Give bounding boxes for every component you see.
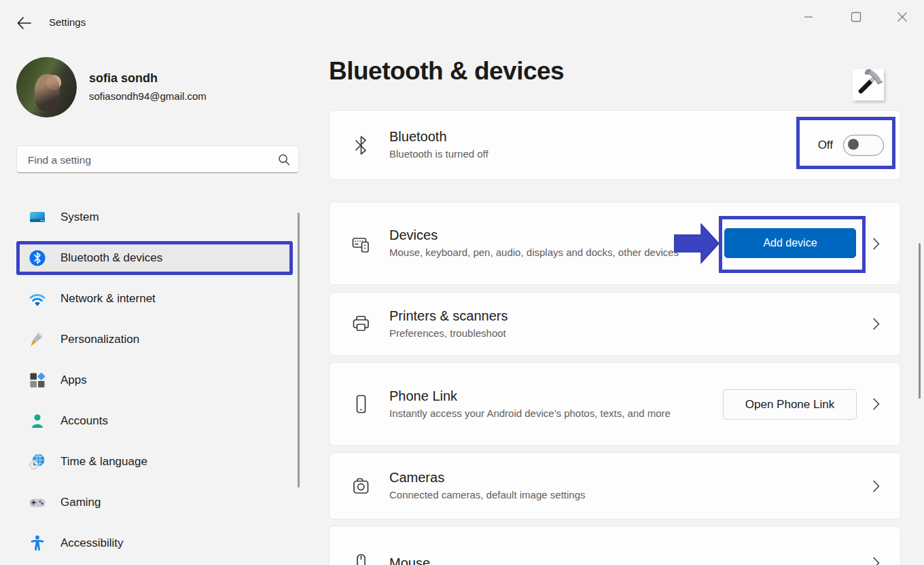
sidebar-item-label: Accounts [60, 414, 108, 428]
annotation-box-add-device [719, 216, 866, 273]
sidebar-item-accounts[interactable]: Accounts [16, 401, 293, 441]
profile-email: sofiasondh94@gmail.com [89, 90, 207, 102]
chevron-right-icon [872, 557, 881, 565]
sidebar-item-label: Time & language [60, 455, 147, 469]
apps-icon [29, 371, 46, 389]
sidebar-item-personalization[interactable]: Personalization [16, 319, 293, 360]
card-subtitle: Instantly access your Android device's p… [389, 405, 703, 421]
personalization-icon [29, 331, 46, 348]
card-title: Bluetooth [389, 128, 488, 145]
chevron-right-icon [872, 237, 881, 250]
sidebar-item-apps[interactable]: Apps [16, 360, 293, 401]
minimize-icon [804, 12, 813, 22]
search-box[interactable] [16, 145, 299, 173]
sidebar-item-accessibility[interactable]: Accessibility [16, 523, 293, 564]
card-title: Printers & scanners [389, 308, 508, 324]
chevron-right-icon [872, 318, 881, 331]
close-icon [897, 12, 908, 22]
sidebar-item-label: Bluetooth & devices [60, 251, 162, 265]
devices-icon [352, 234, 370, 254]
card-subtitle: Bluetooth is turned off [389, 146, 488, 162]
gaming-icon [29, 494, 46, 511]
accessibility-icon [29, 534, 46, 552]
card-text: Devices Mouse, keyboard, pen, audio, dis… [389, 227, 695, 260]
system-icon [29, 208, 46, 226]
card-title: Phone Link [389, 388, 703, 404]
back-button[interactable] [15, 14, 33, 32]
sidebar-item-gaming[interactable]: Gaming [16, 482, 293, 523]
card-text: Mouse [389, 555, 430, 565]
sidebar-item-label: Network & internet [60, 292, 156, 306]
back-arrow-icon [15, 14, 33, 32]
search-icon [277, 153, 291, 169]
sidebar-item-label: Accessibility [60, 536, 124, 550]
card-title: Devices [389, 227, 695, 243]
sidebar-item-network-internet[interactable]: Network & internet [16, 278, 293, 319]
sidebar-scrollbar[interactable] [298, 213, 300, 488]
phone-icon [352, 394, 370, 414]
close-button[interactable] [887, 5, 917, 29]
sidebar-item-system[interactable]: System [16, 197, 293, 238]
maximize-icon [851, 12, 861, 22]
sidebar-item-label: System [60, 211, 99, 224]
sidebar-item-label: Personalization [60, 333, 139, 346]
sidebar-item-label: Apps [60, 373, 87, 387]
bluetooth-outline-icon [352, 135, 370, 156]
open-phone-link-button[interactable]: Open Phone Link [723, 389, 857, 420]
settings-window: Settings sofia sondh sofiasondh94@gmail.… [0, 0, 924, 565]
mouse-card[interactable]: Mouse [329, 526, 901, 565]
network-icon [29, 290, 46, 308]
card-subtitle: Mouse, keyboard, pen, audio, displays an… [389, 244, 695, 260]
profile-name: sofia sondh [89, 71, 158, 86]
card-subtitle: Preferences, troubleshoot [389, 325, 508, 341]
bluetooth-icon [29, 249, 46, 267]
annotation-box-toggle [796, 117, 895, 169]
card-subtitle: Connected cameras, default image setting… [389, 487, 586, 503]
printers-card[interactable]: Printers & scanners Preferences, trouble… [329, 292, 901, 356]
page-title: Bluetooth & devices [329, 57, 564, 86]
sidebar-item-bluetooth-devices[interactable]: Bluetooth & devices [16, 241, 293, 275]
chevron-right-icon [872, 479, 881, 492]
printer-icon [352, 314, 370, 334]
sidebar-item-time-language[interactable]: Time & language [16, 441, 293, 482]
cameras-card[interactable]: Cameras Connected cameras, default image… [329, 452, 901, 520]
search-input[interactable] [26, 146, 274, 174]
card-text: Cameras Connected cameras, default image… [389, 469, 586, 503]
card-text: Bluetooth Bluetooth is turned off [389, 128, 488, 162]
minimize-button[interactable] [794, 5, 823, 29]
avatar[interactable] [16, 57, 77, 117]
maximize-button[interactable] [841, 5, 871, 29]
chevron-right-icon [872, 398, 881, 411]
main-scrollbar[interactable] [919, 243, 921, 399]
time-language-icon [29, 453, 46, 471]
card-text: Printers & scanners Preferences, trouble… [389, 308, 508, 341]
mouse-icon [352, 553, 370, 565]
card-title: Cameras [389, 469, 586, 486]
card-title: Mouse [389, 555, 430, 565]
accounts-icon [29, 412, 46, 430]
window-title: Settings [49, 16, 86, 28]
hammer-icon [853, 69, 884, 101]
camera-icon [352, 476, 370, 496]
annotation-arrow-icon [674, 223, 720, 264]
sidebar-item-label: Gaming [60, 496, 101, 509]
card-text: Phone Link Instantly access your Android… [389, 388, 703, 421]
